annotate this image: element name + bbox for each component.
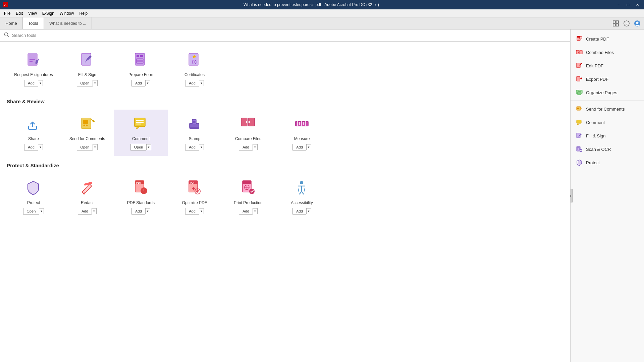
window-title: What is needed to prevent osteoporosis.p… bbox=[8, 2, 614, 7]
menu-view[interactable]: View bbox=[25, 10, 40, 16]
tool-open-arrow[interactable]: ▾ bbox=[39, 208, 44, 214]
tool-add-arrow[interactable]: ▾ bbox=[253, 144, 258, 150]
sidebar-item-fill-sign[interactable]: Fill & Sign bbox=[571, 129, 644, 142]
sidebar-item-protect[interactable]: Protect bbox=[571, 156, 644, 169]
account-icon[interactable] bbox=[633, 19, 641, 27]
tool-add-button[interactable]: Add bbox=[185, 80, 199, 86]
tool-protect[interactable]: Protect Open ▾ bbox=[7, 174, 60, 220]
sidebar-item-combine-files[interactable]: Combine Files bbox=[571, 46, 644, 59]
menu-file[interactable]: File bbox=[1, 10, 13, 16]
tool-add-arrow[interactable]: ▾ bbox=[306, 144, 311, 150]
tool-certificates[interactable]: Certificates Add ▾ bbox=[168, 46, 221, 92]
tool-add-button[interactable]: Add bbox=[24, 144, 38, 150]
menu-esign[interactable]: E-Sign bbox=[40, 10, 57, 16]
tool-open-button[interactable]: Open bbox=[130, 144, 147, 150]
tool-add-button[interactable]: Add bbox=[24, 80, 38, 86]
menu-help[interactable]: Help bbox=[77, 10, 91, 16]
tool-redact[interactable]: Redact Add ▾ bbox=[60, 174, 114, 220]
tab-file[interactable]: What is needed to ... bbox=[44, 17, 92, 29]
tool-add-arrow[interactable]: ▾ bbox=[92, 208, 97, 214]
svg-rect-75 bbox=[577, 120, 581, 123]
svg-rect-15 bbox=[82, 53, 91, 65]
menu-edit[interactable]: Edit bbox=[13, 10, 25, 16]
menu-window[interactable]: Window bbox=[57, 10, 77, 16]
tool-share[interactable]: Share Add ▾ bbox=[7, 110, 60, 156]
protect-standardize-tools: Protect Open ▾ bbox=[7, 174, 564, 220]
tool-btn-group: Open ▾ bbox=[23, 208, 44, 215]
svg-rect-72 bbox=[578, 92, 581, 95]
tool-send-for-comments[interactable]: Send for Comments Open ▾ bbox=[60, 110, 114, 156]
tool-add-arrow[interactable]: ▾ bbox=[145, 208, 150, 214]
tool-add-button[interactable]: Add bbox=[131, 208, 145, 215]
tool-add-button[interactable]: Add bbox=[185, 208, 199, 215]
tool-add-arrow[interactable]: ▾ bbox=[38, 144, 43, 150]
svg-rect-57 bbox=[243, 181, 251, 184]
tool-btn-group: Add ▾ bbox=[131, 80, 150, 86]
view-icon[interactable] bbox=[612, 19, 620, 27]
tool-name: Comment bbox=[132, 136, 150, 141]
tool-prepare-form[interactable]: Prepare Form Add ▾ bbox=[114, 46, 168, 92]
search-input[interactable] bbox=[12, 33, 566, 38]
svg-point-61 bbox=[249, 189, 255, 194]
tool-fill-sign[interactable]: Fill & Sign Open ▾ bbox=[60, 46, 114, 92]
tool-add-button[interactable]: Add bbox=[185, 144, 199, 150]
help-icon[interactable]: ? bbox=[623, 19, 631, 27]
tool-open-button[interactable]: Open bbox=[77, 144, 93, 150]
tool-open-arrow[interactable]: ▾ bbox=[93, 144, 98, 150]
tool-add-arrow[interactable]: ▾ bbox=[306, 208, 311, 214]
tool-print-production[interactable]: Print Production Add ▾ bbox=[221, 174, 275, 220]
tool-stamp[interactable]: Stamp Add ▾ bbox=[168, 110, 221, 156]
sidebar-item-export-pdf[interactable]: Export PDF bbox=[571, 72, 644, 86]
tool-open-arrow[interactable]: ▾ bbox=[93, 80, 98, 86]
maximize-button[interactable]: □ bbox=[624, 1, 632, 8]
tool-accessibility[interactable]: Accessibility Add ▾ bbox=[275, 174, 329, 220]
tool-add-button[interactable]: Add bbox=[239, 208, 253, 215]
share-review-title: Share & Review bbox=[7, 99, 564, 104]
optimize-pdf-icon: PDF bbox=[184, 178, 205, 198]
svg-rect-67 bbox=[580, 50, 582, 54]
tool-btn-group: Add ▾ bbox=[185, 80, 204, 86]
minimize-button[interactable]: − bbox=[614, 1, 623, 8]
content-area[interactable]: Request E-signatures Add ▾ bbox=[0, 29, 570, 362]
tool-pdf-standards[interactable]: PDF ! PDF Standards Add ▾ bbox=[114, 174, 168, 220]
tool-measure[interactable]: Measure Add ▾ bbox=[275, 110, 329, 156]
tool-request-esignatures[interactable]: Request E-signatures Add ▾ bbox=[7, 46, 60, 92]
sidebar-item-organize-pages[interactable]: Organize Pages bbox=[571, 86, 644, 99]
sidebar-item-label: Organize Pages bbox=[586, 90, 617, 95]
tool-add-arrow[interactable]: ▾ bbox=[38, 80, 43, 86]
sidebar-item-label: Fill & Sign bbox=[586, 133, 606, 138]
sidebar-item-label: Protect bbox=[586, 160, 600, 165]
svg-rect-2 bbox=[613, 24, 615, 26]
tool-add-arrow[interactable]: ▾ bbox=[145, 80, 150, 86]
close-button[interactable]: ✕ bbox=[633, 1, 641, 8]
stamp-icon bbox=[184, 114, 205, 134]
sidebar-item-create-pdf[interactable]: Create PDF bbox=[571, 32, 644, 46]
sidebar-item-comment[interactable]: Comment bbox=[571, 116, 644, 129]
tool-add-arrow[interactable]: ▾ bbox=[199, 144, 204, 150]
tool-add-arrow[interactable]: ▾ bbox=[253, 208, 258, 214]
sidebar-item-send-for-comments[interactable]: Send for Comments bbox=[571, 102, 644, 116]
tool-add-button[interactable]: Add bbox=[78, 208, 92, 215]
tool-open-button[interactable]: Open bbox=[23, 208, 39, 215]
tool-name: Redact bbox=[81, 200, 94, 205]
tool-comment[interactable]: Comment Open ▾ bbox=[114, 110, 168, 156]
tool-open-button[interactable]: Open bbox=[77, 80, 93, 86]
tool-add-button[interactable]: Add bbox=[292, 144, 306, 150]
sidebar-item-scan-ocr[interactable]: Scan & OCR bbox=[571, 142, 644, 156]
sidebar-collapse-button[interactable]: ❯ bbox=[570, 189, 573, 202]
tool-add-button[interactable]: Add bbox=[239, 144, 253, 150]
protect-standardize-title: Protect & Standardize bbox=[7, 163, 564, 168]
sidebar-item-edit-pdf[interactable]: Edit PDF bbox=[571, 59, 644, 72]
tool-add-button[interactable]: Add bbox=[131, 80, 145, 86]
tool-name: Protect bbox=[27, 200, 40, 205]
tool-name: Stamp bbox=[189, 136, 201, 141]
tool-add-button[interactable]: Add bbox=[292, 208, 306, 215]
tab-home[interactable]: Home bbox=[0, 17, 23, 29]
tool-add-arrow[interactable]: ▾ bbox=[199, 208, 204, 214]
tab-tools[interactable]: Tools bbox=[23, 17, 44, 29]
tool-optimize-pdf[interactable]: PDF Optimize PDF Add ▾ bbox=[168, 174, 221, 220]
create-pdf-icon bbox=[576, 36, 583, 42]
tool-compare-files[interactable]: Compare Files Add ▾ bbox=[221, 110, 275, 156]
tool-add-arrow[interactable]: ▾ bbox=[199, 80, 204, 86]
tool-open-arrow[interactable]: ▾ bbox=[146, 144, 151, 150]
